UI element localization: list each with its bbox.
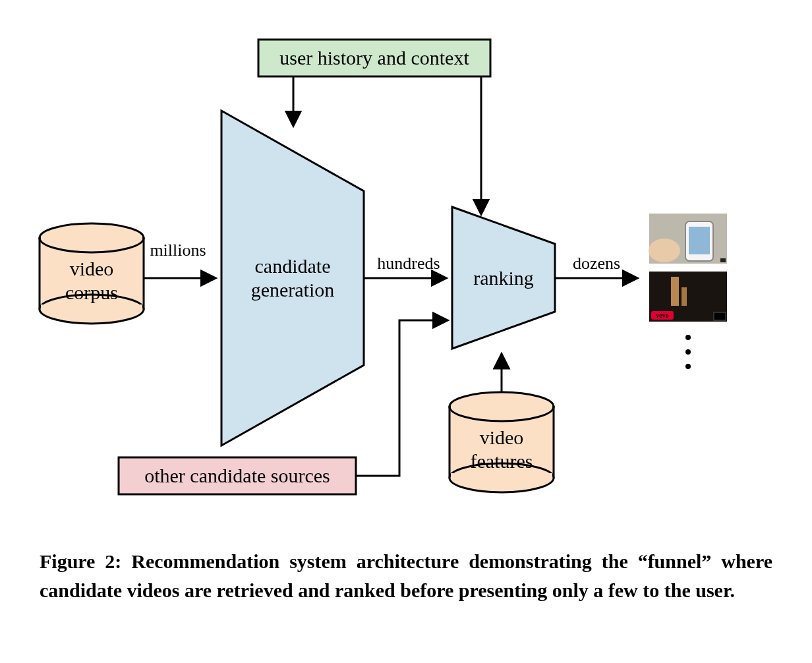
svg-rect-4 [41,304,142,311]
svg-rect-12 [689,227,710,254]
svg-rect-14 [720,258,726,262]
svg-rect-16 [671,277,679,306]
video-features-label-1: video [480,426,524,448]
svg-point-21 [685,349,691,355]
edge-millions-label: millions [150,241,206,260]
svg-rect-9 [451,473,552,480]
vevo-badge: vevo [656,312,668,319]
candidate-generation-label-1: candidate [255,255,331,277]
figure-caption: Figure 2: Recommendation system architec… [40,547,772,604]
video-corpus-label-1: video [70,258,114,279]
svg-point-22 [685,364,691,369]
svg-rect-17 [682,287,687,306]
svg-rect-2 [41,236,142,243]
other-sources-label: other candidate sources [144,465,330,486]
svg-point-20 [685,335,691,340]
svg-rect-7 [451,405,552,411]
output-thumbnails: vevo [649,214,727,369]
edge-hundreds-label: hundreds [377,254,440,273]
ranking-label: ranking [473,267,534,289]
figure: user history and context video corpus ca… [0,0,812,663]
arrow-other-sources-to-ranking [356,320,447,476]
edge-dozens-label: dozens [573,254,620,273]
svg-point-13 [649,239,680,262]
user-history-label: user history and context [279,47,469,69]
svg-rect-19 [714,312,726,320]
candidate-generation-trapezoid [221,111,364,446]
video-features-label-2: features [471,450,533,472]
candidate-generation-label-2: generation [251,279,335,301]
video-corpus-label-2: corpus [65,281,118,303]
